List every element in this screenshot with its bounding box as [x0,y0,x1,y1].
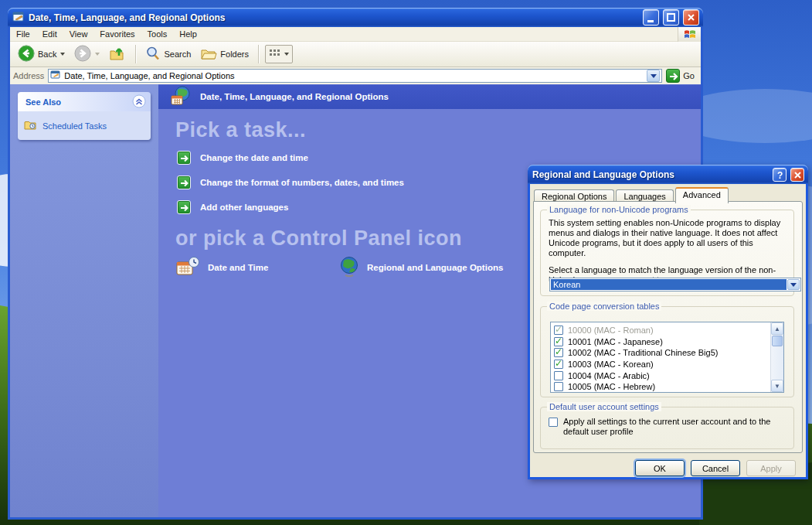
maximize-button[interactable] [663,9,679,26]
forward-dropdown-icon[interactable] [95,53,100,56]
scrollbar-thumb[interactable] [772,336,783,346]
list-item-label: 10004 (MAC - Arabic) [568,371,650,380]
checkbox-unchecked-icon[interactable] [554,371,563,380]
toolbar: Back Search [10,42,701,67]
group-default-user: Default user account settings Apply all … [540,407,794,449]
checkbox-checked-icon[interactable] [554,337,563,346]
help-button[interactable]: ? [773,168,787,182]
advanced-tab-page: Language for non-Unicode programs This s… [533,201,803,453]
language-selected-value: Korean [551,279,787,290]
dialog-buttons: OK Cancel Apply [635,460,796,476]
scroll-up-icon[interactable]: ▲ [771,322,783,335]
cancel-button[interactable]: Cancel [691,460,740,476]
address-input[interactable]: Date, Time, Language, and Regional Optio… [48,69,662,83]
checkbox-checked-icon[interactable] [554,348,563,357]
minimize-button[interactable] [643,9,659,26]
menu-help[interactable]: Help [173,28,203,40]
folders-label: Folders [220,49,249,59]
sidebar-item-scheduled-tasks[interactable]: Scheduled Tasks [24,119,144,132]
go-button[interactable]: Go [666,69,698,83]
cp-icon-date-time[interactable]: Date and Time [175,256,339,279]
date-time-icon [175,256,200,279]
dialog-title: Regional and Language Options [532,169,769,180]
category-header-title: Date, Time, Language, and Regional Optio… [200,92,389,101]
search-label: Search [164,49,191,59]
menu-edit[interactable]: Edit [36,28,63,40]
cp-icon-regional-options[interactable]: Regional and Language Options [339,256,503,279]
category-header: Date, Time, Language, and Regional Optio… [158,84,701,109]
task-label: Add other languages [200,203,288,212]
back-dropdown-icon[interactable] [60,53,65,56]
task-change-date-time[interactable]: Change the date and time [177,151,404,165]
combo-dropdown-icon[interactable] [787,279,800,290]
group-default-user-legend: Default user account settings [547,402,661,411]
control-panel-window-icon [12,11,25,25]
task-label: Change the format of numbers, dates, and… [200,178,404,187]
up-folder-icon [109,45,126,63]
close-button[interactable] [683,9,699,26]
language-combobox[interactable]: Korean [549,278,801,291]
checkbox-unchecked-icon[interactable] [554,382,563,391]
apply-all-settings-checkbox[interactable]: Apply all settings to the current user a… [541,407,793,437]
search-button[interactable]: Search [142,44,194,64]
forward-button[interactable] [71,43,103,65]
back-label: Back [38,49,56,59]
up-button[interactable] [106,43,129,65]
list-item-label: 10000 (MAC - Roman) [568,326,654,335]
task-arrow-icon [177,151,191,165]
scroll-down-icon[interactable]: ▼ [771,380,783,392]
menu-bar: File Edit View Favorites Tools Help [10,27,701,42]
search-icon [145,46,161,63]
task-change-format[interactable]: Change the format of numbers, dates, and… [177,176,404,189]
cp-icon-label: Regional and Language Options [367,263,503,272]
group-non-unicode: Language for non-Unicode programs This s… [540,210,794,296]
menu-file[interactable]: File [10,28,36,40]
checkbox-unchecked-icon[interactable] [549,418,558,427]
menu-view[interactable]: View [63,28,94,40]
task-add-languages[interactable]: Add other languages [177,200,404,214]
menu-tools[interactable]: Tools [141,28,174,40]
go-label: Go [683,71,695,80]
list-item-label: 10001 (MAC - Japanese) [568,337,663,346]
svg-text:?: ? [777,170,783,181]
list-item[interactable]: 10004 (MAC - Arabic) [554,370,770,381]
address-value: Date, Time, Language, and Regional Optio… [64,71,234,80]
views-grid-icon [269,48,281,60]
list-item[interactable]: 10005 (MAC - Hebrew) [554,381,770,392]
address-dropdown-icon[interactable] [647,70,660,82]
ok-button[interactable]: OK [635,460,685,476]
task-list: Change the date and time Change the form… [177,151,404,225]
non-unicode-description: This system setting enables non-Unicode … [549,218,790,258]
chevron-up-icon[interactable] [132,94,146,110]
tab-advanced[interactable]: Advanced [675,187,729,203]
dialog-titlebar: Regional and Language Options ? [528,165,808,184]
back-button[interactable]: Back [15,43,68,65]
apply-button[interactable]: Apply [746,460,796,476]
list-item[interactable]: 10000 (MAC - Roman) [554,325,770,336]
see-also-header[interactable]: See Also [18,92,151,111]
list-item-label: 10003 (MAC - Korean) [568,360,654,369]
checkbox-checked-icon[interactable] [554,360,563,369]
group-code-pages-legend: Code page conversion tables [547,302,661,311]
folders-button[interactable]: Folders [197,44,252,64]
pick-task-heading: Pick a task... [175,118,306,142]
folders-icon [200,46,217,63]
task-arrow-icon [177,200,191,214]
forward-icon [74,45,91,63]
group-code-pages: Code page conversion tables 10000 (MAC -… [540,306,794,397]
views-button[interactable] [265,45,293,63]
regional-globe-icon [339,256,359,279]
list-item[interactable]: 10003 (MAC - Korean) [554,359,770,370]
dialog-close-button[interactable] [790,168,804,182]
see-also-panel: See Also Scheduled Tasks [18,92,151,140]
list-item[interactable]: 10002 (MAC - Traditional Chinese Big5) [554,347,770,359]
checkbox-checked-disabled-icon[interactable] [554,326,563,335]
listbox-scrollbar[interactable]: ▲ ▼ [770,322,783,392]
list-item[interactable]: 10001 (MAC - Japanese) [554,336,770,348]
cp-icon-label: Date and Time [208,263,268,272]
views-dropdown-icon[interactable] [284,53,289,56]
menu-favorites[interactable]: Favorites [93,28,141,40]
task-arrow-icon [177,176,191,189]
see-also-title: See Also [25,97,132,107]
task-label: Change the date and time [200,153,308,162]
